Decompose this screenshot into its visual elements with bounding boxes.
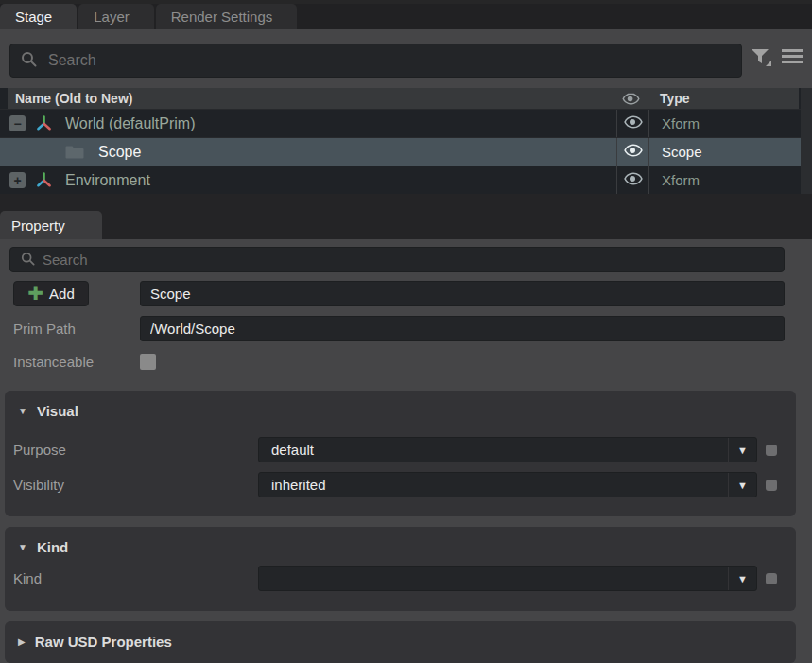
property-search xyxy=(9,247,785,272)
expand-button[interactable]: + xyxy=(9,172,26,188)
section-visual: ▼ Visual Purpose default ▼ Visibility in… xyxy=(5,391,796,516)
stage-panel-tabbar: Stage Layer Render Settings xyxy=(0,0,812,29)
default-value-indicator[interactable] xyxy=(766,445,777,456)
tab-stage[interactable]: Stage xyxy=(0,4,77,29)
triangle-down-icon: ▼ xyxy=(18,406,27,416)
section-title: Kind xyxy=(37,539,68,555)
stage-toolbar xyxy=(0,29,812,88)
visibility-eye-toggle[interactable] xyxy=(624,144,643,160)
default-value-indicator[interactable] xyxy=(766,573,777,584)
chevron-down-icon: ▼ xyxy=(728,438,756,462)
search-icon xyxy=(21,51,37,70)
prim-type: Xform xyxy=(649,166,801,194)
stage-tree: Name (Old to New) Type − World (defaultP… xyxy=(0,88,812,194)
kind-label: Kind xyxy=(13,570,42,586)
prim-name: World (defaultPrim) xyxy=(65,115,196,132)
prim-path-label: Prim Path xyxy=(13,321,140,337)
hamburger-icon xyxy=(782,49,803,63)
eye-icon xyxy=(624,144,643,157)
add-button-label: Add xyxy=(49,286,75,302)
folder-icon xyxy=(64,145,85,160)
column-header-visibility xyxy=(614,93,648,105)
property-search-input[interactable] xyxy=(9,247,785,272)
tab-layer[interactable]: Layer xyxy=(78,4,154,29)
section-raw-usd-header[interactable]: ▶ Raw USD Properties xyxy=(5,621,796,654)
filter-dropdown-corner-icon xyxy=(766,61,771,66)
prim-name: Scope xyxy=(98,144,141,161)
section-title: Raw USD Properties xyxy=(35,634,172,650)
tree-row-environment[interactable]: + Environment Xform xyxy=(0,166,801,194)
column-header-name[interactable]: Name (Old to New) xyxy=(8,91,614,106)
add-button[interactable]: ✚ Add xyxy=(13,281,89,306)
plus-icon: ✚ xyxy=(27,284,43,303)
eye-icon xyxy=(624,115,643,129)
instanceable-label: Instanceable xyxy=(13,354,140,370)
prim-path-field[interactable] xyxy=(140,316,785,341)
tree-row-world[interactable]: − World (defaultPrim) Xform xyxy=(0,109,801,137)
tree-header: Name (Old to New) Type xyxy=(8,88,799,109)
kind-dropdown[interactable]: ▼ xyxy=(258,566,757,591)
triangle-right-icon: ▶ xyxy=(18,637,26,647)
dropdown-value: default xyxy=(259,442,728,458)
section-raw-usd-properties: ▶ Raw USD Properties xyxy=(5,621,796,663)
filter-button[interactable] xyxy=(748,42,772,70)
chevron-down-icon: ▼ xyxy=(728,567,756,590)
property-panel-tabbar: Property xyxy=(0,194,812,239)
section-kind-header[interactable]: ▼ Kind xyxy=(5,527,796,559)
section-title: Visual xyxy=(37,403,78,419)
tree-row-scope[interactable]: Scope Scope xyxy=(0,137,801,166)
search-icon xyxy=(21,252,35,269)
visibility-dropdown[interactable]: inherited ▼ xyxy=(258,472,757,497)
purpose-label: Purpose xyxy=(13,442,66,458)
prim-name: Environment xyxy=(65,172,150,189)
triangle-down-icon: ▼ xyxy=(18,542,27,552)
prim-name-field[interactable] xyxy=(140,281,785,306)
chevron-down-icon: ▼ xyxy=(728,473,756,497)
prim-type: Scope xyxy=(649,138,801,166)
eye-icon xyxy=(622,93,640,105)
section-kind: ▼ Kind Kind ▼ xyxy=(5,527,796,611)
eye-icon xyxy=(624,172,643,185)
visibility-eye-toggle[interactable] xyxy=(624,115,643,131)
stage-search-input[interactable] xyxy=(9,44,742,78)
options-menu-button[interactable] xyxy=(780,42,804,70)
collapse-button[interactable]: − xyxy=(9,115,26,131)
tab-render-settings[interactable]: Render Settings xyxy=(156,4,298,29)
visibility-label: Visibility xyxy=(13,477,64,493)
column-header-type[interactable]: Type xyxy=(648,91,799,106)
instanceable-checkbox[interactable] xyxy=(140,354,156,370)
xform-axis-icon xyxy=(36,115,52,131)
default-value-indicator[interactable] xyxy=(766,480,777,491)
property-panel: ✚ Add Prim Path Instanceable ▼ Visual Pu… xyxy=(0,239,812,663)
stage-tree-scrollbar[interactable] xyxy=(801,88,812,194)
purpose-dropdown[interactable]: default ▼ xyxy=(258,437,757,462)
tab-property[interactable]: Property xyxy=(0,211,102,239)
dropdown-value: inherited xyxy=(259,477,728,493)
stage-search xyxy=(9,44,742,78)
prim-type: Xform xyxy=(649,110,801,137)
visibility-eye-toggle[interactable] xyxy=(624,172,643,188)
xform-axis-icon xyxy=(36,172,52,188)
section-visual-header[interactable]: ▼ Visual xyxy=(5,391,796,423)
